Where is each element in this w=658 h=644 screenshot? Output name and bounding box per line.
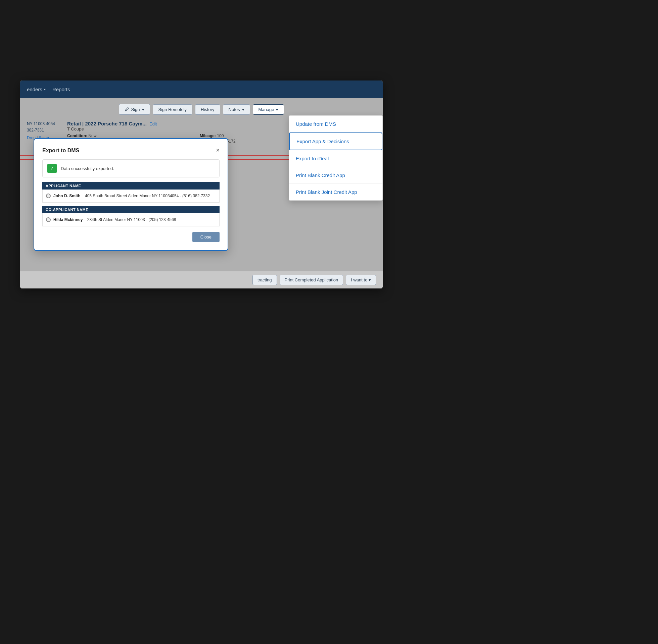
modal-close-btn[interactable]: Close <box>192 232 220 242</box>
applicant-info: John D. Smith – 405 South Broad Street A… <box>53 193 210 199</box>
success-banner: ✓ Data successfully exported. <box>42 159 220 178</box>
applicant-radio[interactable] <box>46 193 51 198</box>
content-area: 🖊 Sign ▾ Sign Remotely History Notes ▾ M… <box>20 98 383 289</box>
coapplicant-info: Hilda Mckinney – 234th St Alden Manor NY… <box>53 217 176 223</box>
nav-item-reports[interactable]: Reports <box>52 87 70 92</box>
modal-close-button[interactable]: × <box>216 147 220 154</box>
nav-bar: enders ▾ Reports <box>20 80 383 98</box>
coapplicant-section-header: CO-APPLICANT NAME <box>42 206 220 213</box>
success-icon: ✓ <box>47 164 57 173</box>
success-message: Data successfully exported. <box>61 166 114 171</box>
coapplicant-row: Hilda Mckinney – 234th St Alden Manor NY… <box>42 213 220 226</box>
applicant-section-header: APPLICANT NAME <box>42 182 220 189</box>
modal-header: Export to DMS × <box>42 147 220 154</box>
modal-overlay: Export to DMS × ✓ Data successfully expo… <box>20 98 383 289</box>
coapplicant-radio[interactable] <box>46 217 51 222</box>
browser-window: enders ▾ Reports 🖊 Sign ▾ Sign Remotely … <box>20 80 383 289</box>
export-dms-modal: Export to DMS × ✓ Data successfully expo… <box>34 138 228 251</box>
chevron-down-icon: ▾ <box>44 88 46 91</box>
modal-title: Export to DMS <box>42 147 79 154</box>
applicant-row: John D. Smith – 405 South Broad Street A… <box>42 189 220 203</box>
nav-item-lenders[interactable]: enders ▾ <box>27 87 46 92</box>
modal-footer: Close <box>42 232 220 242</box>
